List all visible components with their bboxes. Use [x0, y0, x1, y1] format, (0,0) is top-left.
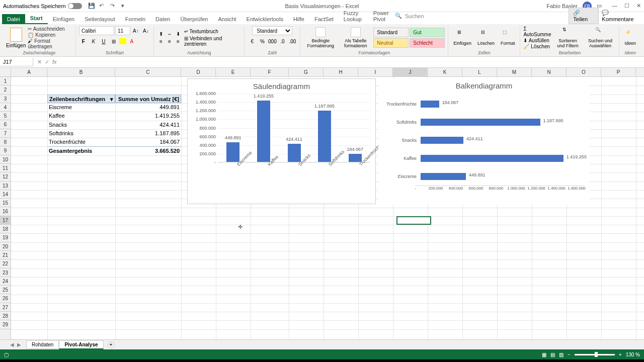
- copy-button[interactable]: 📋 Kopieren: [28, 32, 72, 38]
- number-format-select[interactable]: Standard: [252, 26, 292, 35]
- font-name-select[interactable]: [79, 26, 114, 35]
- shrink-font-icon[interactable]: A↓: [141, 26, 150, 35]
- row-header-4[interactable]: 4: [0, 103, 11, 112]
- undo-icon[interactable]: ↶: [99, 3, 106, 10]
- sheet-tab-pivot[interactable]: Pivot-Analyse: [59, 340, 103, 349]
- col-header-O[interactable]: O: [567, 68, 601, 76]
- cut-button[interactable]: ✂ Ausschneiden: [28, 26, 72, 32]
- col-header-E[interactable]: E: [216, 68, 251, 76]
- search-input[interactable]: Suchen: [405, 13, 424, 19]
- qat-more-icon[interactable]: ▾: [121, 3, 128, 10]
- zoom-out-icon[interactable]: −: [568, 352, 571, 357]
- tab-factset[interactable]: FactSet: [309, 14, 339, 24]
- row-header-27[interactable]: 27: [0, 303, 11, 312]
- record-macro-icon[interactable]: ▢: [4, 352, 9, 357]
- sheet-nav-next-icon[interactable]: ▶: [17, 342, 21, 347]
- row-header-29[interactable]: 29: [0, 320, 11, 329]
- dec-decimal-icon[interactable]: .00: [288, 37, 297, 46]
- tab-data[interactable]: Daten: [150, 14, 175, 24]
- underline-button[interactable]: U: [99, 37, 108, 46]
- pivot-row-value[interactable]: 449.891: [115, 103, 181, 112]
- font-color-button[interactable]: A: [127, 37, 136, 46]
- chart-bar[interactable]: [421, 155, 564, 162]
- italic-button[interactable]: K: [89, 37, 98, 46]
- cond-format-button[interactable]: Bedingte Formatierung: [303, 27, 338, 48]
- row-header-24[interactable]: 24: [0, 277, 11, 286]
- row-header-21[interactable]: 21: [0, 251, 11, 259]
- chart-bar[interactable]: [318, 111, 331, 162]
- pivot-row-value[interactable]: 184.067: [115, 138, 181, 146]
- align-center-icon[interactable]: ≡: [166, 38, 174, 45]
- col-header-I[interactable]: I: [358, 68, 393, 76]
- row-header-16[interactable]: 16: [0, 207, 11, 216]
- pivot-row-label[interactable]: Eiscreme: [47, 103, 115, 112]
- tab-insert[interactable]: Einfügen: [48, 14, 79, 24]
- chart-bar[interactable]: [421, 119, 540, 126]
- paste-button[interactable]: Einfügen: [6, 28, 26, 48]
- col-header-F[interactable]: F: [251, 68, 289, 76]
- style-standard[interactable]: Standard: [373, 28, 409, 37]
- tab-layout[interactable]: Seitenlayout: [79, 14, 120, 24]
- row-header-14[interactable]: 14: [0, 190, 11, 199]
- row-header-25[interactable]: 25: [0, 286, 11, 294]
- style-neutral[interactable]: Neutral: [373, 38, 409, 48]
- col-header-C[interactable]: C: [115, 68, 181, 76]
- pivot-header-rows[interactable]: Zeilenbeschriftungen ▾: [47, 95, 115, 103]
- comments-button[interactable]: 💬 Kommentare: [602, 10, 639, 22]
- add-sheet-icon[interactable]: +: [108, 341, 115, 348]
- tab-fuzzy[interactable]: Fuzzy Lookup: [339, 8, 368, 24]
- pivot-row-value[interactable]: 424.411: [115, 121, 181, 129]
- pivot-row-value[interactable]: 1.419.255: [115, 112, 181, 120]
- share-button[interactable]: 🔗 Teilen: [569, 8, 599, 24]
- style-gut[interactable]: Gut: [410, 28, 445, 37]
- col-header-L[interactable]: L: [462, 68, 497, 76]
- chart-bar[interactable]: [288, 144, 301, 162]
- col-header-K[interactable]: K: [428, 68, 462, 76]
- pivot-row-value[interactable]: 1.187.895: [115, 129, 181, 138]
- save-icon[interactable]: 💾: [88, 3, 95, 10]
- row-header-3[interactable]: 3: [0, 95, 11, 103]
- autosum-button[interactable]: Σ AutoSumme: [523, 26, 551, 37]
- row-header-17[interactable]: 17: [0, 216, 11, 225]
- selected-cell[interactable]: [396, 216, 431, 225]
- row-header-5[interactable]: 5: [0, 112, 11, 120]
- chart-bar[interactable]: [421, 137, 463, 144]
- zoom-in-icon[interactable]: +: [619, 352, 622, 357]
- view-layout-icon[interactable]: ▤: [550, 352, 555, 357]
- clear-button[interactable]: 🧹 Löschen: [523, 44, 551, 49]
- col-header-J[interactable]: J: [393, 68, 428, 76]
- zoom-slider[interactable]: [575, 354, 615, 355]
- pivot-total-value[interactable]: 3.665.520: [115, 146, 181, 155]
- border-button[interactable]: ⊞: [109, 37, 118, 46]
- delete-cells-button[interactable]: ⊟Löschen: [475, 30, 497, 46]
- fill-button[interactable]: ⬇ Ausfüllen: [523, 38, 551, 43]
- sheet-tab-rohdaten[interactable]: Rohdaten: [26, 340, 59, 349]
- row-header-18[interactable]: 18: [0, 225, 11, 233]
- pivot-total-label[interactable]: Gesamtergebnis: [47, 146, 115, 155]
- currency-icon[interactable]: €: [248, 37, 257, 46]
- row-header-22[interactable]: 22: [0, 259, 11, 268]
- percent-icon[interactable]: %: [258, 37, 267, 46]
- col-header-B[interactable]: B: [47, 68, 115, 76]
- col-header-N[interactable]: N: [532, 68, 567, 76]
- row-header-28[interactable]: 28: [0, 312, 11, 320]
- thousands-icon[interactable]: 000: [268, 37, 277, 46]
- chart-bar[interactable]: [421, 101, 439, 108]
- row-header-9[interactable]: 9: [0, 146, 11, 155]
- row-header-11[interactable]: 11: [0, 164, 11, 172]
- row-header-23[interactable]: 23: [0, 268, 11, 277]
- zoom-value[interactable]: 130 %: [626, 352, 640, 357]
- tab-help[interactable]: Hilfe: [288, 14, 309, 24]
- tab-powerpivot[interactable]: Power Pivot: [368, 8, 395, 24]
- format-cells-button[interactable]: ⬚Format: [499, 30, 517, 46]
- tab-file[interactable]: Datei: [2, 14, 25, 24]
- spreadsheet-grid[interactable]: ABCDEFGHIJKLMNOP 12345678910111213141516…: [0, 68, 644, 339]
- col-header-D[interactable]: D: [181, 68, 216, 76]
- col-header-G[interactable]: G: [289, 68, 324, 76]
- bold-button[interactable]: F: [79, 37, 88, 46]
- row-header-12[interactable]: 12: [0, 172, 11, 181]
- auto-save-toggle[interactable]: Automatisches Speichern: [3, 3, 82, 9]
- view-normal-icon[interactable]: ▦: [542, 352, 546, 357]
- sheet-nav-prev-icon[interactable]: ◀: [10, 342, 14, 347]
- pivot-row-label[interactable]: Softdrinks: [47, 129, 115, 138]
